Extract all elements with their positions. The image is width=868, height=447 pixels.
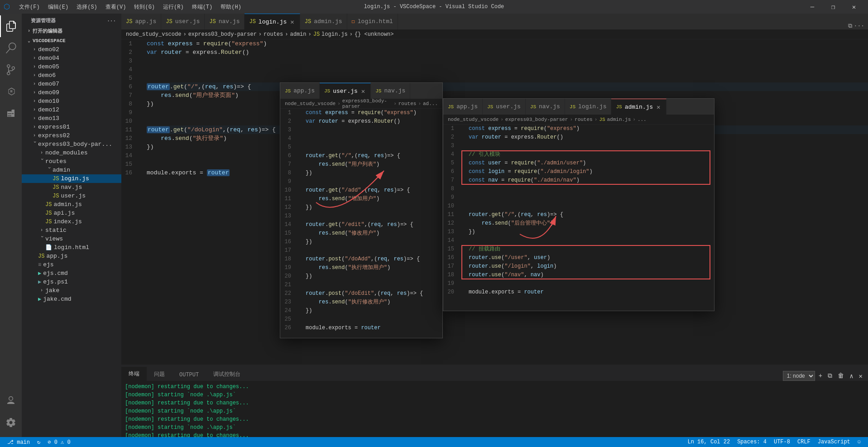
menu-file[interactable]: 文件(F) <box>15 2 43 12</box>
activity-git[interactable] <box>0 59 22 81</box>
popup-tab-user-js[interactable]: JS user.js ✕ <box>320 83 371 99</box>
sidebar-item-nav-js[interactable]: JS nav.js <box>22 183 121 192</box>
statusbar-ln-col[interactable]: Ln 16, Col 22 <box>684 439 734 445</box>
tab-login-html-icon: ◻ <box>352 18 355 25</box>
sidebar-item-demo10[interactable]: › demo10 <box>22 97 121 106</box>
statusbar-branch[interactable]: ⎇ main <box>4 439 34 446</box>
status-bar: ⎇ main ↻ ⊘ 0 ⚠ 0 Ln 16, Col 22 Spaces: 4… <box>0 437 868 447</box>
menu-run[interactable]: 运行(R) <box>159 2 187 12</box>
open-editors-section[interactable]: › 打开的编辑器 <box>22 26 121 36</box>
split-terminal-icon[interactable]: ⧉ <box>826 371 834 380</box>
popup-admin-editor[interactable]: JS app.js JS user.js JS nav.js JS login.… <box>443 98 715 311</box>
vscodespace-arrow: ⌄ <box>25 38 33 43</box>
sidebar-item-demo05[interactable]: › demo05 <box>22 62 121 71</box>
popup-admin-tab-login[interactable]: JS login.js <box>565 99 612 115</box>
sidebar-item-app-js[interactable]: JS app.js <box>22 252 121 260</box>
menu-edit[interactable]: 编辑(E) <box>44 2 72 12</box>
tab-login-js-close[interactable]: ✕ <box>289 17 295 27</box>
statusbar-encoding[interactable]: UTF-8 <box>770 439 794 445</box>
sidebar-item-user-js[interactable]: JS user.js <box>22 192 121 200</box>
panel-tab-output[interactable]: OUTPUT <box>172 369 206 381</box>
sidebar-item-admin[interactable]: › admin <box>22 166 121 174</box>
statusbar-errors[interactable]: ⊘ 0 ⚠ 0 <box>44 439 74 446</box>
statusbar-language[interactable]: JavaScript <box>814 439 854 445</box>
sidebar-item-demo09[interactable]: › demo09 <box>22 88 121 97</box>
tab-login-js[interactable]: JS login.js ✕ <box>245 14 300 29</box>
popup-admin-tab-nav[interactable]: JS nav.js <box>526 99 565 115</box>
titlebar-controls: — ❐ ✕ <box>802 0 864 14</box>
sidebar-item-login-html[interactable]: 📄 login.html <box>22 243 121 252</box>
popup-tab-app-js[interactable]: JS app.js <box>280 83 320 99</box>
sidebar-item-ejs-ps1[interactable]: ▶ ejs.ps1 <box>22 278 121 286</box>
statusbar-spaces[interactable]: Spaces: 4 <box>734 439 770 445</box>
sidebar-item-login-js[interactable]: JS login.js <box>22 174 121 183</box>
statusbar-sync[interactable]: ↻ <box>34 439 44 446</box>
activity-search[interactable] <box>0 37 22 59</box>
terminal-selector[interactable]: 1: node <box>783 371 815 381</box>
popup-admin-tab-admin[interactable]: JS admin.js ✕ <box>611 99 666 115</box>
sidebar-item-express02[interactable]: › express02 <box>22 131 121 140</box>
panel-tab-terminal[interactable]: 终端 <box>121 367 147 381</box>
statusbar-line-ending[interactable]: CRLF <box>794 439 814 445</box>
sidebar-item-jake[interactable]: › jake <box>22 286 121 295</box>
sidebar-item-index-js[interactable]: JS index.js <box>22 217 121 226</box>
delete-terminal-icon[interactable]: 🗑 <box>836 371 846 380</box>
sidebar-item-views[interactable]: › views <box>22 235 121 243</box>
sidebar-item-admin-js[interactable]: JS admin.js <box>22 200 121 209</box>
sidebar-item-demo6[interactable]: › demo6 <box>22 71 121 80</box>
activity-extensions[interactable] <box>0 102 22 124</box>
panel-tab-problems[interactable]: 问题 <box>147 367 172 381</box>
maximize-button[interactable]: ❐ <box>823 0 844 14</box>
popup-user-tab-bar: JS app.js JS user.js ✕ JS nav.js <box>280 83 442 99</box>
sidebar-item-ejs[interactable]: ≡ ejs <box>22 260 121 269</box>
menu-goto[interactable]: 转到(G) <box>130 2 158 12</box>
activity-explorer[interactable] <box>0 15 22 37</box>
popup-admin-tab-app[interactable]: JS app.js <box>443 99 483 115</box>
sidebar-item-express03[interactable]: › express03_body-par... <box>22 140 121 149</box>
popup-user-close[interactable]: ✕ <box>360 87 366 96</box>
sidebar-item-demo12[interactable]: › demo12 <box>22 106 121 114</box>
terminal-content[interactable]: [nodemon] restarting due to changes... [… <box>121 381 868 437</box>
minimize-button[interactable]: — <box>802 0 823 14</box>
activity-run[interactable] <box>0 81 22 102</box>
popup-admin-tab-user[interactable]: JS user.js <box>483 99 526 115</box>
sidebar-item-ejs-cmd[interactable]: ▶ ejs.cmd <box>22 269 121 278</box>
sidebar-item-demo07[interactable]: › demo07 <box>22 80 121 88</box>
new-terminal-icon[interactable]: + <box>817 371 824 380</box>
menu-view[interactable]: 查看(V) <box>102 2 130 12</box>
panel-tabs: 终端 问题 OUTPUT 调试控制台 1: node + ⧉ 🗑 ∧ ✕ <box>121 365 868 381</box>
close-panel-icon[interactable]: ✕ <box>857 371 864 381</box>
tab-admin-js[interactable]: JS admin.js <box>300 14 347 29</box>
sidebar-more-icon[interactable]: ··· <box>107 18 116 24</box>
popup-user-editor[interactable]: JS app.js JS user.js ✕ JS nav.js node_st… <box>280 82 443 338</box>
split-editor-icon[interactable]: ⧉ <box>848 23 852 29</box>
activity-account[interactable] <box>0 390 22 412</box>
sidebar-item-demo13[interactable]: › demo13 <box>22 114 121 123</box>
tab-login-html[interactable]: ◻ login.html <box>347 14 398 29</box>
popup-admin-code: 123 456 789 101112 131415 161718 1920 co… <box>443 125 714 311</box>
tab-user-js[interactable]: JS user.js <box>161 14 205 29</box>
popup-tab-nav-js[interactable]: JS nav.js <box>371 83 410 99</box>
sidebar-item-static[interactable]: › static <box>22 226 121 235</box>
sidebar-item-api-js[interactable]: JS api.js <box>22 209 121 217</box>
vscodespace-section[interactable]: ⌄ VSCODESPACE <box>22 36 121 45</box>
more-actions-icon[interactable]: ··· <box>854 23 864 29</box>
maximize-panel-icon[interactable]: ∧ <box>848 371 855 381</box>
sidebar-item-demo04[interactable]: › demo04 <box>22 54 121 62</box>
menu-select[interactable]: 选择(S) <box>73 2 101 12</box>
sidebar-item-routes[interactable]: › routes <box>22 157 121 166</box>
terminal-line: [nodemon] restarting due to changes... <box>125 432 864 437</box>
statusbar-feedback[interactable]: ☺ <box>854 439 864 445</box>
menu-terminal[interactable]: 终端(T) <box>188 2 216 12</box>
close-button[interactable]: ✕ <box>844 0 864 14</box>
panel-tab-debug[interactable]: 调试控制台 <box>206 367 248 381</box>
tab-nav-js[interactable]: JS nav.js <box>205 14 245 29</box>
sidebar-item-jake-cmd[interactable]: ▶ jake.cmd <box>22 295 121 303</box>
menu-help[interactable]: 帮助(H) <box>217 2 245 12</box>
activity-settings[interactable] <box>0 412 22 433</box>
sidebar-item-node-modules[interactable]: › node_modules <box>22 149 121 157</box>
popup-admin-close[interactable]: ✕ <box>656 102 661 112</box>
sidebar-item-demo02[interactable]: › demo02 <box>22 45 121 54</box>
sidebar-item-express01[interactable]: › express01 <box>22 123 121 131</box>
tab-app-js[interactable]: JS app.js <box>121 14 161 29</box>
